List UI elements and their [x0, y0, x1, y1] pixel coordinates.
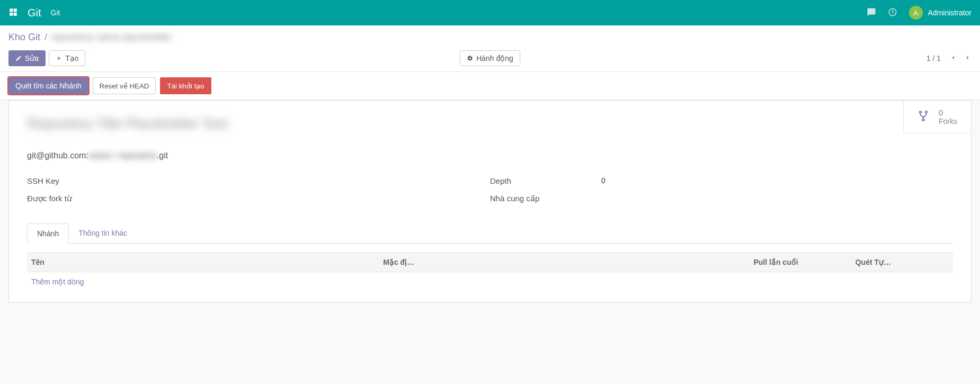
action-menu-button[interactable]: Hành động	[460, 50, 520, 66]
user-menu[interactable]: A Administrator	[909, 6, 972, 20]
provider-value	[601, 194, 953, 203]
field-grid: SSH Key Được fork từ Depth 0 Nhà cung cấ…	[27, 172, 953, 208]
pager-prev-icon[interactable]	[949, 54, 957, 63]
breadcrumb-current: repository name placeholder	[51, 32, 172, 43]
forks-stat-button[interactable]: 0 Forks	[903, 101, 971, 133]
apps-icon[interactable]	[8, 7, 18, 19]
menu-git[interactable]: Git	[51, 8, 60, 17]
action-menu-label: Hành động	[476, 54, 513, 62]
table-add-row: Thêm một dòng	[27, 272, 953, 292]
col-auto-scan[interactable]: Quét Tự…	[851, 253, 953, 272]
app-brand[interactable]: Git	[28, 7, 41, 19]
svg-rect-0	[10, 8, 13, 12]
form-sheet: 0 Forks Repository Title Placeholder Tex…	[8, 100, 972, 302]
fork-icon	[917, 110, 929, 123]
messages-icon[interactable]	[867, 7, 876, 19]
svg-rect-2	[10, 12, 13, 15]
repo-url-suffix: .git	[157, 151, 168, 160]
repo-url: git@github.com:owner / reponame.git	[27, 151, 953, 160]
forked-from-row: Được fork từ	[27, 190, 490, 208]
scan-branches-button[interactable]: Quét tìm các Nhánh	[8, 77, 88, 94]
breadcrumb-root[interactable]: Kho Git	[8, 32, 40, 43]
statusbar: Quét tìm các Nhánh Reset về HEAD Tái khở…	[0, 72, 980, 100]
provider-row: Nhà cung cấp	[490, 190, 953, 208]
col-last-pull[interactable]: Pull lần cuối	[749, 253, 851, 272]
topbar-right: A Administrator	[867, 6, 972, 20]
col-default[interactable]: Mặc đị…	[379, 253, 749, 272]
breadcrumb: Kho Git / repository name placeholder	[8, 32, 972, 43]
fork-label: Forks	[939, 117, 957, 126]
activity-icon[interactable]	[888, 7, 897, 19]
depth-label: Depth	[490, 176, 580, 185]
fork-meta: 0 Forks	[939, 108, 957, 126]
reset-head-button[interactable]: Reset về HEAD	[93, 77, 156, 94]
forked-from-label: Được fork từ	[27, 194, 117, 203]
controlbar: Kho Git / repository name placeholder Sử…	[0, 25, 980, 72]
branches-table: Tên Mặc đị… Pull lần cuối Quét Tự… Thêm …	[27, 252, 953, 291]
tab-other-info[interactable]: Thông tin khác	[69, 224, 137, 243]
action-row: Sửa Tạo Hành động 1 / 1	[8, 50, 972, 66]
table-header-row: Tên Mặc đị… Pull lần cuối Quét Tự…	[27, 253, 953, 272]
svg-rect-1	[14, 8, 17, 12]
tabs: Nhánh Thông tin khác	[27, 224, 953, 244]
field-col-right: Depth 0 Nhà cung cấp	[490, 172, 953, 208]
ssh-key-label: SSH Key	[27, 176, 117, 185]
user-name: Administrator	[928, 8, 972, 17]
topbar: Git Git A Administrator	[0, 0, 980, 25]
provider-label: Nhà cung cấp	[490, 194, 580, 203]
breadcrumb-sep: /	[44, 32, 47, 43]
action-center: Hành động	[460, 50, 520, 66]
tab-branches[interactable]: Nhánh	[27, 224, 69, 244]
add-line-link[interactable]: Thêm một dòng	[27, 272, 953, 292]
reinit-button[interactable]: Tái khởi tạo	[160, 77, 211, 94]
create-button[interactable]: Tạo	[49, 50, 85, 66]
sheet-wrap: 0 Forks Repository Title Placeholder Tex…	[0, 100, 980, 302]
svg-point-5	[920, 111, 922, 113]
ssh-key-row: SSH Key	[27, 172, 490, 190]
pager: 1 / 1	[926, 54, 972, 63]
sheet-inner: Repository Title Placeholder Text git@gi…	[9, 101, 971, 302]
pager-arrows	[949, 54, 972, 63]
forked-from-value	[117, 194, 490, 203]
pager-next-icon[interactable]	[964, 54, 972, 63]
svg-point-6	[925, 111, 928, 113]
fork-count: 0	[939, 108, 957, 117]
col-name[interactable]: Tên	[27, 253, 379, 272]
pager-text[interactable]: 1 / 1	[926, 54, 941, 62]
edit-label: Sửa	[25, 54, 39, 62]
edit-button[interactable]: Sửa	[8, 50, 46, 66]
svg-rect-3	[14, 12, 17, 15]
edit-create-group: Sửa Tạo	[8, 50, 85, 66]
svg-point-7	[922, 119, 924, 121]
depth-row: Depth 0	[490, 172, 953, 190]
repo-url-prefix: git@github.com:	[27, 151, 88, 160]
create-label: Tạo	[65, 54, 78, 62]
topbar-left: Git Git	[8, 7, 60, 19]
repo-url-path: owner / reponame	[88, 151, 157, 160]
field-col-left: SSH Key Được fork từ	[27, 172, 490, 208]
repo-title: Repository Title Placeholder Text	[27, 115, 227, 132]
avatar: A	[909, 6, 923, 20]
ssh-key-value	[117, 176, 490, 185]
depth-value: 0	[601, 176, 953, 185]
